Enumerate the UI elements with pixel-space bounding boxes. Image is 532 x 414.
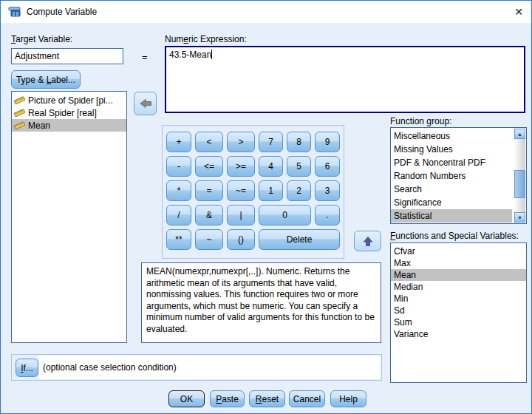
key-decimal[interactable]: . xyxy=(315,205,340,225)
expression-text: 43.5-Mean xyxy=(169,50,211,60)
scale-measure-icon xyxy=(14,108,25,118)
key-plus[interactable]: + xyxy=(166,132,191,152)
compute-variable-dialog: Compute Variable ✕ Target Variable: = Ty… xyxy=(0,0,532,414)
key-1[interactable]: 1 xyxy=(259,180,283,201)
key-delete[interactable]: Delete xyxy=(259,229,340,250)
key-minus[interactable]: - xyxy=(166,156,191,177)
scale-measure-icon xyxy=(14,95,25,105)
key-7[interactable]: 7 xyxy=(259,132,283,152)
target-variable-input[interactable] xyxy=(11,48,123,64)
key-6[interactable]: 6 xyxy=(315,156,340,177)
case-selection-group: (optional case selection condition) If..… xyxy=(11,354,382,381)
case-selection-condition: (optional case selection condition) xyxy=(39,356,381,379)
numeric-expression-label: Numeric Expression: xyxy=(165,34,247,44)
list-item[interactable]: Picture of Spider [pi... xyxy=(12,94,126,106)
key-greater-equal[interactable]: >= xyxy=(227,156,255,177)
numeric-expression-input[interactable]: 43.5-Mean xyxy=(165,46,525,113)
function-description: MEAN(numexpr,numexpr[,..]). Numeric. Ret… xyxy=(141,262,381,343)
variable-list[interactable]: Picture of Spider [pi... Real Spider [re… xyxy=(11,91,127,343)
scrollbar-thumb[interactable] xyxy=(514,170,525,198)
list-item[interactable]: PDF & Noncentral PDF xyxy=(391,156,512,169)
key-5[interactable]: 5 xyxy=(287,156,311,177)
list-item[interactable]: Max xyxy=(391,257,526,269)
key-3[interactable]: 3 xyxy=(315,180,340,201)
key-greater-than[interactable]: > xyxy=(227,132,255,152)
list-item[interactable]: Real Spider [real] xyxy=(12,106,126,119)
scrollbar[interactable]: ▲ ▼ xyxy=(514,129,525,223)
list-item-selected[interactable]: Statistical xyxy=(391,209,512,223)
cancel-button[interactable]: Cancel xyxy=(289,390,325,407)
arrow-up-icon xyxy=(363,236,373,247)
key-0[interactable]: 0 xyxy=(259,205,311,225)
list-item[interactable]: Sd xyxy=(391,305,526,316)
functions-label: Functions and Special Variables: xyxy=(390,231,519,241)
variable-name: Real Spider [real] xyxy=(28,108,97,118)
functions-list[interactable]: Cfvar Max Mean Median Min Sd Sum Varianc… xyxy=(390,242,527,383)
list-item-selected[interactable]: Mean xyxy=(12,119,126,132)
key-less-than[interactable]: < xyxy=(195,132,223,152)
arrow-left-icon xyxy=(139,98,152,109)
list-item[interactable]: Random Numbers xyxy=(391,169,512,183)
key-2[interactable]: 2 xyxy=(287,180,311,201)
text-caret xyxy=(211,50,212,59)
key-not-equal[interactable]: ~= xyxy=(227,180,255,201)
key-4[interactable]: 4 xyxy=(259,156,283,177)
key-and[interactable]: & xyxy=(195,205,223,225)
variable-name: Mean xyxy=(28,121,50,131)
variable-name: Picture of Spider [pi... xyxy=(28,95,113,106)
key-9[interactable]: 9 xyxy=(315,132,340,152)
reset-button[interactable]: Reset xyxy=(249,390,285,407)
list-item[interactable]: Significance xyxy=(391,196,512,209)
key-divide[interactable]: / xyxy=(166,205,191,225)
dialog-title: Compute Variable xyxy=(27,7,97,17)
key-less-equal[interactable]: <= xyxy=(195,156,223,177)
help-button[interactable]: Help xyxy=(330,390,366,407)
list-item[interactable]: Variance xyxy=(391,328,526,340)
key-not[interactable]: ~ xyxy=(195,229,223,250)
function-group-label: Function group: xyxy=(390,116,451,126)
scroll-up-icon[interactable]: ▲ xyxy=(514,129,525,139)
if-button[interactable]: If... xyxy=(16,359,38,377)
key-or[interactable]: | xyxy=(227,205,255,225)
list-item-selected[interactable]: Mean xyxy=(391,269,526,281)
list-item[interactable]: Sum xyxy=(391,316,526,328)
key-parentheses[interactable]: () xyxy=(227,229,255,250)
key-equal[interactable]: = xyxy=(195,180,223,201)
ok-button[interactable]: OK xyxy=(168,390,205,407)
transfer-variable-button[interactable] xyxy=(134,92,157,115)
app-icon xyxy=(8,6,21,18)
list-item[interactable]: Min xyxy=(391,293,526,305)
equals-sign: = xyxy=(142,52,148,63)
key-power[interactable]: ** xyxy=(166,229,191,250)
title-bar: Compute Variable ✕ xyxy=(1,1,531,23)
key-multiply[interactable]: * xyxy=(166,180,191,201)
scale-measure-icon xyxy=(14,121,25,130)
scroll-down-icon[interactable]: ▼ xyxy=(514,212,525,223)
list-item[interactable]: Median xyxy=(391,281,526,293)
calculator-keypad: + < > 7 8 9 - <= >= 4 5 6 * = ~= 1 2 3 /… xyxy=(162,125,344,259)
list-item[interactable]: Search xyxy=(391,183,512,196)
list-item[interactable]: Missing Values xyxy=(391,143,512,156)
list-item[interactable]: Miscellaneous xyxy=(391,129,512,143)
target-variable-label: Target Variable: xyxy=(11,34,72,44)
key-8[interactable]: 8 xyxy=(287,132,311,152)
list-item[interactable]: Cfvar xyxy=(391,245,526,257)
paste-button[interactable]: Paste xyxy=(210,390,245,407)
type-and-label-button[interactable]: Type & Label... xyxy=(11,70,81,89)
function-group-list[interactable]: Miscellaneous Missing Values PDF & Nonce… xyxy=(390,127,527,224)
insert-function-button[interactable] xyxy=(354,231,381,251)
close-icon[interactable]: ✕ xyxy=(506,1,531,23)
